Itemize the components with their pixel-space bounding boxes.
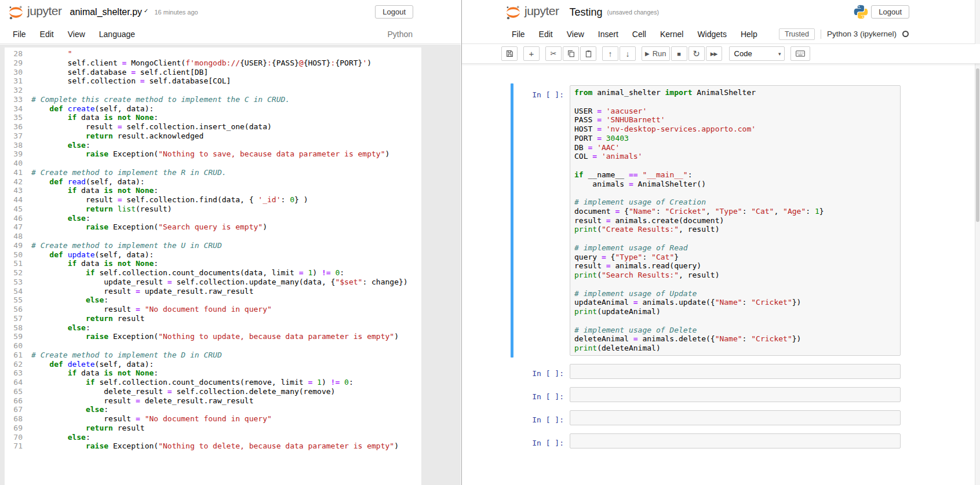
line-number: 68 bbox=[5, 414, 23, 424]
run-button[interactable]: ▶Run bbox=[642, 46, 670, 61]
line-number: 45 bbox=[5, 205, 23, 214]
line-number: 43 bbox=[5, 186, 23, 195]
line-number: 33 bbox=[5, 95, 23, 104]
cell-prompt: In [ ]: bbox=[516, 410, 570, 425]
cell-input[interactable] bbox=[570, 433, 901, 448]
code-line: # Create method to implement the R in CR… bbox=[31, 168, 421, 177]
notebook-cell[interactable]: In [ ]: bbox=[511, 362, 901, 381]
line-number: 54 bbox=[5, 287, 23, 296]
notebook-cell[interactable]: In [ ]: bbox=[511, 432, 901, 450]
editor-code[interactable]: " self.client = MongoClient(f'mongodb://… bbox=[27, 48, 421, 485]
paste-cells-button[interactable] bbox=[580, 46, 596, 61]
command-palette-button[interactable] bbox=[790, 46, 810, 61]
move-cell-down-button[interactable]: ↓ bbox=[620, 46, 636, 61]
menu-edit[interactable]: Edit bbox=[33, 27, 61, 41]
interrupt-kernel-button[interactable]: ■ bbox=[671, 46, 687, 61]
notebook-title[interactable]: Testing bbox=[570, 6, 603, 19]
filename[interactable]: animal_shelter.py bbox=[70, 7, 143, 17]
kernel-status-icon bbox=[902, 31, 909, 37]
code-line bbox=[574, 316, 898, 326]
code-line: result = delete_result.raw_result bbox=[31, 396, 421, 406]
line-number: 58 bbox=[5, 323, 23, 333]
restart-kernel-button[interactable]: ↻ bbox=[688, 46, 705, 61]
menu-view[interactable]: View bbox=[61, 27, 92, 41]
move-cell-up-button[interactable]: ↑ bbox=[602, 46, 618, 61]
cell-input[interactable] bbox=[570, 387, 901, 402]
restart-and-run-all-button[interactable]: ▶▶ bbox=[706, 46, 722, 61]
arrow-up-icon: ↑ bbox=[609, 49, 613, 59]
cell-input[interactable] bbox=[570, 364, 901, 379]
code-line: else: bbox=[31, 296, 421, 305]
cell-input[interactable]: from animal_shelter import AnimalShelter… bbox=[570, 85, 901, 356]
code-editor[interactable]: 2829303132333435363738394041424344454647… bbox=[5, 48, 421, 485]
menu-help[interactable]: Help bbox=[734, 27, 764, 41]
code-line bbox=[31, 86, 421, 95]
code-line: # Create method to implement the D in CR… bbox=[31, 351, 421, 360]
cut-cells-button[interactable]: ✂ bbox=[545, 46, 562, 61]
menu-insert[interactable]: Insert bbox=[591, 27, 625, 41]
scrollbar[interactable] bbox=[975, 0, 980, 485]
code-line: USER = 'aacuser' bbox=[574, 107, 898, 116]
code-line: self.database = self.client[DB] bbox=[31, 68, 421, 77]
code-line: result = animals.create(document) bbox=[574, 216, 898, 225]
menu-language[interactable]: Language bbox=[92, 27, 142, 41]
code-line: deleteAnimal = animals.delete({"Name": "… bbox=[574, 334, 898, 344]
line-number: 46 bbox=[5, 214, 23, 223]
code-line: result = "No document found in query" bbox=[31, 414, 421, 424]
menu-cell[interactable]: Cell bbox=[625, 27, 653, 41]
code-line: return list(result) bbox=[31, 205, 421, 214]
notebook-toolbar: + ✂ ↑ ↓ ▶Run ■ ↻ ▶▶ bbox=[462, 44, 980, 64]
menu-file[interactable]: File bbox=[505, 27, 532, 41]
code-line: def create(self, data): bbox=[31, 104, 421, 114]
line-number: 49 bbox=[5, 241, 23, 250]
notebook-cell[interactable]: In [ ]: bbox=[511, 385, 901, 404]
cell-prompt: In [ ]: bbox=[516, 387, 570, 402]
code-line: query = {"Type": "Cat"} bbox=[574, 253, 898, 262]
menu-file[interactable]: File bbox=[6, 27, 33, 41]
line-number: 38 bbox=[5, 141, 23, 150]
code-line: if data is not None: bbox=[31, 186, 421, 195]
line-number: 47 bbox=[5, 223, 23, 232]
logout-button[interactable]: Logout bbox=[375, 5, 413, 19]
logout-button[interactable]: Logout bbox=[871, 5, 909, 19]
menu-edit[interactable]: Edit bbox=[532, 27, 560, 41]
cell-input[interactable] bbox=[570, 410, 901, 425]
jupyter-logo[interactable]: jupyter bbox=[506, 4, 559, 20]
code-line: # implement usage of Delete bbox=[574, 326, 898, 335]
save-button[interactable] bbox=[501, 46, 518, 61]
notebook-header: jupyter Testing (unsaved changes) Logout bbox=[462, 0, 980, 24]
scrollbar-thumb[interactable] bbox=[976, 68, 979, 222]
cell-type-value: Code bbox=[734, 49, 752, 58]
desktop: jupyter animal_shelter.py ✓ 16 minutes a… bbox=[0, 0, 980, 485]
menu-kernel[interactable]: Kernel bbox=[653, 27, 690, 41]
notebook-cell[interactable]: In [ ]:from animal_shelter import Animal… bbox=[511, 83, 901, 358]
code-line: delete_result = self.collection.delete_m… bbox=[31, 387, 421, 396]
kernel-name: Python 3 (ipykernel) bbox=[827, 30, 897, 38]
menu-widgets[interactable]: Widgets bbox=[690, 27, 734, 41]
line-number: 59 bbox=[5, 332, 23, 341]
cell-type-select[interactable]: Code ▾ bbox=[729, 46, 785, 61]
trusted-button[interactable]: Trusted bbox=[779, 28, 815, 40]
line-number: 31 bbox=[5, 76, 23, 86]
keyboard-icon bbox=[796, 50, 805, 57]
code-line: PASS = 'SNHUBarnett' bbox=[574, 115, 898, 125]
code-line: self.client = MongoClient(f'mongodb://{U… bbox=[31, 59, 421, 68]
line-number: 69 bbox=[5, 424, 23, 433]
line-number: 65 bbox=[5, 387, 23, 396]
code-line: print("Create Results:", result) bbox=[574, 225, 898, 234]
jupyter-logo[interactable]: jupyter bbox=[9, 4, 62, 20]
line-number: 42 bbox=[5, 177, 23, 187]
code-line: # implement usage of Creation bbox=[574, 198, 898, 207]
notebook-cell[interactable]: In [ ]: bbox=[511, 409, 901, 427]
copy-cells-button[interactable] bbox=[563, 46, 579, 61]
language-mode-indicator: Python bbox=[387, 30, 413, 39]
code-line: update_result = self.collection.update_m… bbox=[31, 278, 421, 287]
insert-cell-below-button[interactable]: + bbox=[523, 46, 540, 61]
code-line: from animal_shelter import AnimalShelter bbox=[574, 88, 898, 97]
cell-prompt: In [ ]: bbox=[516, 364, 570, 379]
line-number: 29 bbox=[5, 59, 23, 68]
line-number: 37 bbox=[5, 132, 23, 141]
python-kernel-logo-icon bbox=[853, 4, 869, 22]
menu-view[interactable]: View bbox=[560, 27, 591, 41]
fast-forward-icon: ▶▶ bbox=[711, 51, 717, 57]
